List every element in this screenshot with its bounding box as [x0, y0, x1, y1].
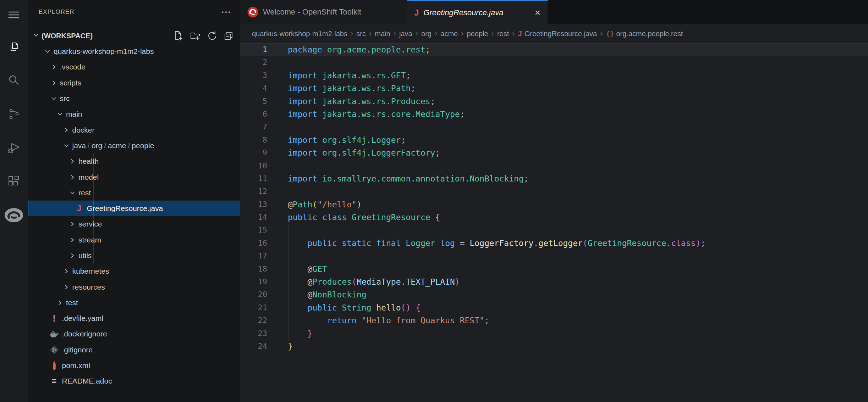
tree-item-resources[interactable]: resources: [28, 279, 240, 295]
tree-item-dockerignore[interactable]: .dockerignore: [28, 326, 240, 342]
code-line[interactable]: 17: [240, 250, 868, 262]
tree-item-utils[interactable]: utils: [28, 248, 240, 263]
breadcrumb-item[interactable]: java: [399, 30, 412, 38]
sidebar-header: EXPLORER ⋯: [28, 0, 240, 24]
more-actions-icon[interactable]: ⋯: [221, 9, 240, 16]
code-line[interactable]: 1package org.acme.people.rest;: [240, 43, 868, 56]
activity-item-explorer[interactable]: [0, 30, 28, 63]
line-number: 4: [240, 82, 267, 95]
breadcrumb-item[interactable]: acme: [440, 30, 458, 38]
refresh-button[interactable]: [207, 30, 217, 41]
tree-item-gitignore[interactable]: .gitignore: [28, 342, 240, 358]
code-text: @GET: [288, 263, 327, 275]
source-control-icon: [7, 108, 20, 121]
breadcrumb-item[interactable]: quarkus-workshop-m1m2-labs: [252, 30, 347, 38]
activity-item-menu[interactable]: [0, 0, 28, 30]
code-line[interactable]: 2: [240, 56, 868, 69]
code-line[interactable]: 7: [240, 121, 868, 133]
breadcrumb-item[interactable]: src: [356, 30, 366, 38]
code-line[interactable]: 4import jakarta.ws.rs.Path;: [240, 82, 868, 95]
line-number: 1: [240, 43, 267, 56]
breadcrumb-item[interactable]: {}org.acme.people.rest: [606, 30, 683, 38]
code-line[interactable]: 6import jakarta.ws.rs.core.MediaType;: [240, 108, 868, 121]
collapse-all-button[interactable]: [223, 30, 234, 41]
breadcrumb-item[interactable]: JGreetingResource.java: [518, 30, 597, 38]
code-editor[interactable]: 1package org.acme.people.rest;23import j…: [240, 43, 868, 402]
code-line[interactable]: 19 @Produces(MediaType.TEXT_PLAIN): [240, 275, 868, 288]
line-number: 19: [240, 275, 267, 288]
maven-icon: [50, 361, 59, 370]
activity-item-source-control[interactable]: [0, 97, 28, 131]
tree-item-label: README.adoc: [62, 377, 112, 385]
breadcrumb-item[interactable]: rest: [497, 30, 509, 38]
activity-item-openshift[interactable]: [0, 198, 28, 232]
tree-item-model[interactable]: model: [28, 169, 240, 185]
close-icon[interactable]: ×: [529, 9, 540, 16]
new-folder-button[interactable]: [190, 30, 200, 41]
code-line[interactable]: 9import org.slf4j.LoggerFactory;: [240, 146, 868, 159]
java-icon: J: [77, 203, 81, 213]
line-number: 12: [240, 185, 267, 198]
code-line[interactable]: 18 @GET: [240, 263, 868, 275]
indent-guide: [288, 224, 289, 236]
tree-item-stream[interactable]: stream: [28, 232, 240, 248]
code-line[interactable]: 15: [240, 224, 868, 236]
line-number: 7: [240, 121, 267, 133]
tree-item-quarkus-workshop-m1m2-labs[interactable]: quarkus-workshop-m1m2-labs: [28, 44, 240, 59]
code-text: @Produces(MediaType.TEXT_PLAIN): [288, 275, 460, 288]
tree-item-scripts[interactable]: scripts: [28, 75, 240, 91]
code-line[interactable]: 8import org.slf4j.Logger;: [240, 134, 868, 146]
tree-item-main[interactable]: main: [28, 106, 240, 122]
indent-guide: [288, 250, 289, 262]
explorer-title: EXPLORER: [39, 9, 75, 16]
line-number: 13: [240, 198, 267, 211]
tree-item-kubernetes[interactable]: kubernetes: [28, 263, 240, 279]
code-line[interactable]: 24}: [240, 340, 868, 353]
breadcrumb-separator: ›: [416, 29, 418, 38]
workspace-section-header[interactable]: (WORKSPACE): [28, 28, 240, 44]
code-line[interactable]: 16 public static final Logger log = Logg…: [240, 237, 868, 250]
tree-item-vscode[interactable]: .vscode: [28, 59, 240, 75]
code-line[interactable]: 14public class GreetingResource {: [240, 211, 868, 224]
code-line[interactable]: 21 public String hello() {: [240, 301, 868, 314]
code-line[interactable]: 12: [240, 185, 868, 198]
tree-item-java-org-acme-people[interactable]: java/org/acme/people: [28, 138, 240, 153]
activity-item-extensions[interactable]: [0, 164, 28, 198]
chevron-right-icon: [68, 252, 77, 259]
breadcrumb-item[interactable]: main: [375, 30, 390, 38]
activity-item-search[interactable]: [0, 63, 28, 97]
tree-item-label: scripts: [60, 79, 82, 87]
code-line[interactable]: 11import io.smallrye.common.annotation.N…: [240, 172, 868, 185]
file-tree: quarkus-workshop-m1m2-labs.vscodescripts…: [28, 44, 240, 389]
code-line[interactable]: 22 return "Hello from Quarkus REST";: [240, 314, 868, 327]
tree-item-devfile-yaml[interactable]: !.devfile.yaml: [28, 311, 240, 326]
breadcrumb-item[interactable]: people: [467, 30, 488, 38]
code-line[interactable]: 10: [240, 160, 868, 172]
new-file-button[interactable]: [173, 30, 184, 41]
code-line[interactable]: 23 }: [240, 327, 868, 340]
code-line[interactable]: 20 @NonBlocking: [240, 288, 868, 301]
code-line[interactable]: 3import jakarta.ws.rs.GET;: [240, 69, 868, 82]
tree-item-service[interactable]: service: [28, 216, 240, 232]
code-line[interactable]: 5import jakarta.ws.rs.Produces;: [240, 95, 868, 108]
new-folder-icon: [190, 30, 200, 41]
chevron-down-icon: [56, 110, 64, 118]
tab-greetingresource-java[interactable]: JGreetingResource.java×: [407, 0, 548, 24]
java-icon: J: [414, 8, 419, 18]
tree-item-test[interactable]: test: [28, 295, 240, 311]
breadcrumb-label: src: [356, 30, 366, 38]
breadcrumb-item[interactable]: org: [421, 30, 432, 38]
tree-item-readme-adoc[interactable]: ≡README.adoc: [28, 373, 240, 389]
tree-item-docker[interactable]: docker: [28, 122, 240, 138]
tree-item-health[interactable]: health: [28, 153, 240, 169]
tree-item-pom-xml[interactable]: pom.xml: [28, 358, 240, 373]
tree-item-src[interactable]: src: [28, 91, 240, 106]
breadcrumb-label: org: [421, 30, 432, 38]
tab-welcome-openshift-toolkit[interactable]: Welcome - OpenShift Toolkit: [240, 0, 407, 24]
activity-item-run-debug[interactable]: [0, 131, 28, 164]
code-line[interactable]: 13@Path("/hello"): [240, 198, 868, 211]
java-icon: J: [414, 8, 419, 18]
tree-item-greetingresource-java[interactable]: JGreetingResource.java: [28, 201, 240, 216]
code-text: import io.smallrye.common.annotation.Non…: [288, 172, 529, 185]
tree-item-rest[interactable]: rest: [28, 185, 240, 201]
